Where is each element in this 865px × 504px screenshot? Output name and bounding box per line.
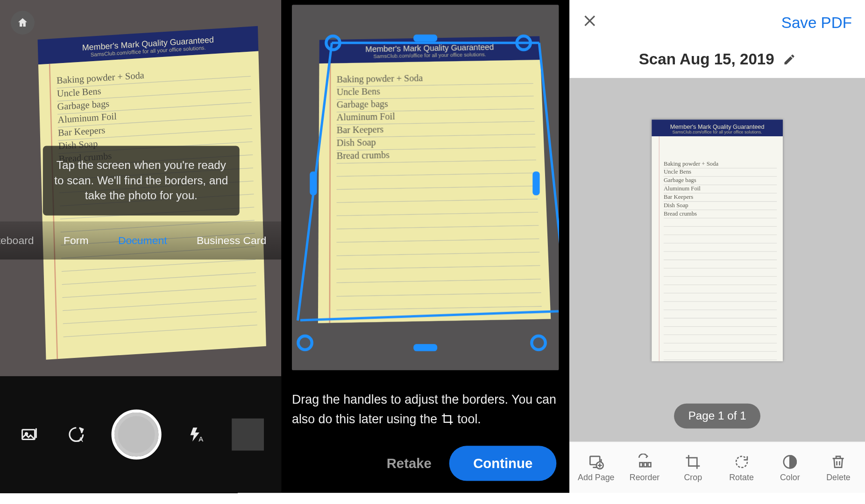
notepad-line	[664, 277, 777, 285]
mode-whiteboard[interactable]: Whiteboard	[0, 234, 34, 247]
capture-instruction-tooltip: Tap the screen when you're ready to scan…	[43, 146, 240, 215]
home-button[interactable]	[11, 11, 35, 35]
notepad-brand: Member's Mark Quality Guaranteed	[652, 123, 783, 130]
tool-label: Reorder	[630, 472, 660, 482]
document-title: Scan Aug 15, 2019	[639, 50, 774, 69]
notepad-line	[664, 268, 777, 277]
recent-scan-thumbnail[interactable]	[232, 419, 264, 451]
rotate-button[interactable]: Rotate	[720, 453, 763, 482]
close-icon	[582, 14, 597, 28]
scanned-page-thumbnail[interactable]: Member's Mark Quality Guaranteed SamsClu…	[652, 119, 783, 361]
capture-mode-selector[interactable]: Whiteboard Form Document Business Card	[0, 221, 281, 259]
notepad-line: Bread crumbs	[664, 210, 777, 218]
review-panel: Save PDF Scan Aug 15, 2019 Member's Mark…	[569, 0, 865, 493]
notepad-line: Aluminum Foil	[664, 185, 777, 194]
svg-rect-7	[644, 462, 647, 467]
crop-handle-top-right[interactable]	[515, 35, 532, 51]
adjust-borders-panel: Member's Mark Quality Guaranteed SamsClu…	[281, 0, 569, 493]
notepad-line	[664, 310, 777, 319]
svg-rect-8	[648, 462, 651, 467]
crop-instruction-text: Drag the handles to adjust the borders. …	[292, 382, 559, 446]
crop-preview[interactable]: Member's Mark Quality Guaranteed SamsClu…	[292, 5, 559, 370]
gallery-icon	[21, 426, 38, 443]
auto-capture-icon: A	[67, 426, 85, 443]
review-toolbar: Add Page Reorder Crop Rotate Color Delet…	[569, 441, 865, 493]
notepad-line	[664, 327, 777, 335]
camera-capture-panel: Member's Mark Quality Guaranteed SamsClu…	[0, 0, 281, 493]
notepad-line	[664, 343, 777, 352]
crop-subject-notepad: Member's Mark Quality Guaranteed SamsClu…	[318, 36, 551, 324]
edit-title-icon[interactable]	[783, 53, 796, 66]
tool-label: Add Page	[578, 472, 614, 482]
notepad-line: Baking powder + Soda	[664, 160, 777, 168]
page-preview-area[interactable]: Member's Mark Quality Guaranteed SamsClu…	[569, 78, 865, 441]
crop-handle-bottom-right[interactable]	[530, 335, 547, 351]
mode-form[interactable]: Form	[64, 234, 89, 247]
shutter-button[interactable]	[111, 410, 161, 460]
color-icon	[781, 453, 798, 470]
notepad-line	[664, 227, 777, 235]
notepad-line: Dish Soap	[664, 202, 777, 210]
mode-document[interactable]: Document	[118, 234, 167, 247]
crop-handle-left[interactable]	[310, 171, 317, 195]
notepad-line: Uncle Bens	[664, 168, 777, 177]
retake-button[interactable]: Retake	[387, 455, 432, 471]
tool-label: Rotate	[729, 472, 754, 482]
crop-icon	[685, 453, 702, 470]
flash-auto-icon: A	[188, 426, 205, 443]
save-pdf-button[interactable]: Save PDF	[781, 14, 852, 32]
notepad-line: Garbage bags	[664, 177, 777, 185]
add-page-button[interactable]: Add Page	[574, 453, 617, 482]
crop-handle-top-left[interactable]	[325, 35, 341, 51]
crop-icon	[441, 413, 454, 426]
crop-button[interactable]: Crop	[672, 453, 715, 482]
add-page-icon	[588, 453, 604, 470]
notepad-line	[664, 352, 777, 360]
camera-controls-bar: A A	[0, 376, 281, 493]
notepad-line	[664, 244, 777, 252]
close-button[interactable]	[582, 13, 597, 32]
color-button[interactable]: Color	[768, 453, 811, 482]
gallery-button[interactable]	[17, 423, 41, 447]
crop-handle-right[interactable]	[532, 171, 539, 195]
delete-button[interactable]: Delete	[817, 453, 860, 482]
notepad-line	[664, 218, 777, 227]
svg-rect-6	[640, 462, 643, 467]
instr-post: tool.	[457, 412, 481, 426]
notepad-line	[664, 252, 777, 260]
trash-icon	[830, 453, 847, 470]
crop-handle-bottom-left[interactable]	[297, 335, 313, 351]
notepad-line	[664, 335, 777, 343]
notepad-brand-sub: SamsClub.com/office for all your office …	[652, 130, 783, 134]
notepad-line	[664, 235, 777, 244]
crop-handle-bottom[interactable]	[413, 344, 437, 351]
notepad-line	[664, 318, 777, 327]
flash-button[interactable]: A	[184, 423, 208, 447]
tool-label: Color	[780, 472, 800, 482]
svg-text:A: A	[78, 436, 83, 443]
notepad-line	[664, 285, 777, 294]
instr-pre: Drag the handles to adjust the borders. …	[292, 392, 556, 426]
mode-business-card[interactable]: Business Card	[197, 234, 266, 247]
notepad-line	[664, 302, 777, 310]
rotate-icon	[733, 453, 750, 470]
auto-capture-button[interactable]: A	[64, 423, 88, 447]
camera-viewfinder[interactable]: Member's Mark Quality Guaranteed SamsClu…	[0, 0, 281, 376]
crop-handle-top[interactable]	[413, 35, 437, 42]
notepad-line: Bar Keepers	[664, 194, 777, 202]
reorder-icon	[636, 453, 653, 470]
notepad-line	[664, 260, 777, 268]
reorder-button[interactable]: Reorder	[623, 453, 666, 482]
notepad-line	[664, 294, 777, 302]
svg-text:A: A	[199, 435, 203, 443]
tool-label: Crop	[684, 472, 702, 482]
page-indicator-badge: Page 1 of 1	[674, 404, 760, 429]
tool-label: Delete	[826, 472, 851, 482]
home-icon	[17, 17, 29, 29]
continue-button[interactable]: Continue	[449, 446, 556, 481]
